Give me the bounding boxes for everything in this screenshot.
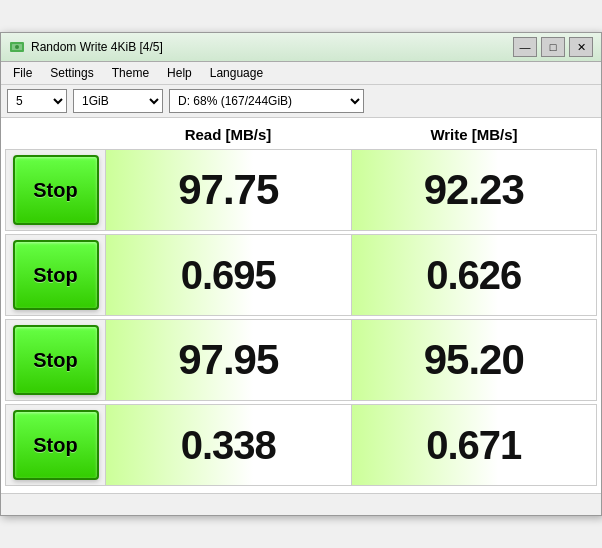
drive-select[interactable]: D: 68% (167/244GiB) <box>169 89 364 113</box>
menu-file[interactable]: File <box>5 64 40 82</box>
write-value-2: 0.626 <box>352 235 597 315</box>
read-value-3: 97.95 <box>106 320 352 400</box>
read-number-3: 97.95 <box>178 336 278 384</box>
stop-cell-2: Stop <box>6 235 106 315</box>
title-bar: Random Write 4KiB [4/5] — □ ✕ <box>1 33 601 62</box>
stop-cell-1: Stop <box>6 150 106 230</box>
title-bar-left: Random Write 4KiB [4/5] <box>9 39 163 55</box>
minimize-button[interactable]: — <box>513 37 537 57</box>
header-spacer <box>5 122 105 147</box>
main-window: Random Write 4KiB [4/5] — □ ✕ File Setti… <box>0 32 602 516</box>
write-number-3: 95.20 <box>424 336 524 384</box>
read-value-2: 0.695 <box>106 235 352 315</box>
maximize-button[interactable]: □ <box>541 37 565 57</box>
title-bar-controls: — □ ✕ <box>513 37 593 57</box>
write-number-4: 0.671 <box>426 423 521 468</box>
read-value-4: 0.338 <box>106 405 352 485</box>
read-value-1: 97.75 <box>106 150 352 230</box>
window-title: Random Write 4KiB [4/5] <box>31 40 163 54</box>
svg-point-2 <box>15 45 19 49</box>
stop-button-1[interactable]: Stop <box>13 155 99 225</box>
toolbar: 5 1GiB D: 68% (167/244GiB) <box>1 85 601 118</box>
read-number-4: 0.338 <box>181 423 276 468</box>
menu-bar: File Settings Theme Help Language <box>1 62 601 85</box>
read-number-2: 0.695 <box>181 253 276 298</box>
data-row-4: Stop 0.338 0.671 <box>5 404 597 486</box>
stop-cell-3: Stop <box>6 320 106 400</box>
data-row-1: Stop 97.75 92.23 <box>5 149 597 231</box>
main-content: Read [MB/s] Write [MB/s] Stop 97.75 92.2… <box>1 118 601 493</box>
stop-cell-4: Stop <box>6 405 106 485</box>
app-icon <box>9 39 25 55</box>
menu-theme[interactable]: Theme <box>104 64 157 82</box>
close-button[interactable]: ✕ <box>569 37 593 57</box>
read-number-1: 97.75 <box>178 166 278 214</box>
write-value-4: 0.671 <box>352 405 597 485</box>
menu-help[interactable]: Help <box>159 64 200 82</box>
data-row-2: Stop 0.695 0.626 <box>5 234 597 316</box>
stop-button-2[interactable]: Stop <box>13 240 99 310</box>
write-value-1: 92.23 <box>352 150 597 230</box>
header-row: Read [MB/s] Write [MB/s] <box>5 122 597 147</box>
status-bar <box>1 493 601 515</box>
write-number-2: 0.626 <box>426 253 521 298</box>
size-select[interactable]: 1GiB <box>73 89 163 113</box>
stop-button-4[interactable]: Stop <box>13 410 99 480</box>
write-header: Write [MB/s] <box>351 122 597 147</box>
write-value-3: 95.20 <box>352 320 597 400</box>
menu-settings[interactable]: Settings <box>42 64 101 82</box>
count-select[interactable]: 5 <box>7 89 67 113</box>
write-number-1: 92.23 <box>424 166 524 214</box>
stop-button-3[interactable]: Stop <box>13 325 99 395</box>
menu-language[interactable]: Language <box>202 64 271 82</box>
data-row-3: Stop 97.95 95.20 <box>5 319 597 401</box>
read-header: Read [MB/s] <box>105 122 351 147</box>
